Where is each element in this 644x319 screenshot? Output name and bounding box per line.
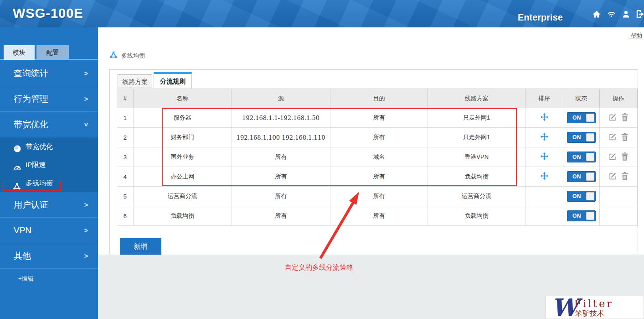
- table-row: 6负载均衡所有所有负载均衡ON: [117, 206, 638, 226]
- sidebar-tab-modules[interactable]: 模块: [4, 45, 35, 60]
- logo-company: 笨驴技术: [575, 309, 604, 319]
- trash-icon[interactable]: [621, 152, 629, 161]
- cell-source: 所有: [232, 187, 330, 206]
- edit-icon[interactable]: [608, 152, 617, 161]
- sidebar-subitem-5[interactable]: 多线均衡: [0, 174, 98, 192]
- cell-sort: [526, 128, 563, 147]
- gauge-icon: [13, 160, 22, 169]
- edit-icon[interactable]: [608, 133, 617, 141]
- toggle-on-label: ON: [572, 132, 581, 142]
- chevron-right-icon: >: [84, 218, 88, 243]
- cell-operations: [599, 187, 637, 206]
- toggle-on-label: ON: [572, 211, 581, 221]
- toggle-on-label: ON: [572, 191, 581, 201]
- trash-icon[interactable]: [621, 133, 629, 141]
- table-row: 5运营商分流所有所有运营商分流ON: [117, 187, 638, 206]
- toggle-knob: [586, 192, 594, 200]
- rules-table: #名称源目的线路方案排序状态操作1服务器192.168.1.1-192.168.…: [117, 89, 638, 226]
- table-row: 4办公上网所有所有负载均衡ON: [117, 167, 638, 187]
- home-icon[interactable]: [592, 9, 602, 19]
- top-header: WSG-100E Enterprise: [0, 0, 644, 27]
- move-icon[interactable]: [541, 172, 548, 180]
- trash-icon[interactable]: [621, 172, 629, 180]
- move-icon[interactable]: [541, 133, 548, 141]
- cell-status: ON: [563, 206, 600, 226]
- column-header-4: 线路方案: [428, 89, 526, 108]
- cell-name: 负载均衡: [133, 206, 232, 226]
- cell-status: ON: [563, 167, 600, 187]
- cell-destination: 域名: [330, 147, 428, 167]
- sidebar-item-2[interactable]: 带宽优化>: [0, 112, 98, 137]
- cell-destination: 所有: [330, 167, 428, 187]
- chevron-right-icon: >: [84, 86, 88, 112]
- sidebar-menu: 查询统计>行为管理>带宽优化>带宽优化IP限速多线均衡用户认证>VPN>其他>+…: [0, 61, 98, 289]
- status-toggle[interactable]: ON: [567, 152, 596, 162]
- table-row: 2财务部门192.168.1.100-192.168.1.110所有只走外网1O…: [117, 128, 638, 147]
- column-header-0: #: [117, 89, 134, 108]
- cell-status: ON: [563, 147, 600, 167]
- sidebar-subitem-4[interactable]: IP限速: [0, 156, 98, 174]
- multiline-balance-icon: [109, 51, 118, 60]
- sidebar-item-1[interactable]: 行为管理>: [0, 86, 98, 112]
- cell-index: 3: [117, 147, 134, 167]
- user-icon[interactable]: [621, 9, 631, 19]
- help-link[interactable]: 帮助: [630, 31, 642, 40]
- cell-source: 所有: [232, 147, 330, 167]
- column-header-1: 名称: [133, 89, 232, 108]
- sidebar-item-0[interactable]: 查询统计>: [0, 61, 98, 86]
- sidebar-item-8[interactable]: 其他>: [0, 243, 98, 269]
- cell-name: 运营商分流: [133, 187, 232, 206]
- sidebar-item-label: VPN: [14, 225, 31, 235]
- sidebar-tab-config[interactable]: 配置: [36, 45, 69, 60]
- cell-name: 办公上网: [133, 167, 232, 187]
- triangle-icon: [13, 178, 22, 188]
- cell-source: 192.168.1.1-192.168.1.50: [232, 108, 330, 128]
- sidebar-edit-button[interactable]: +编辑: [0, 269, 98, 289]
- cell-sort: [526, 147, 563, 167]
- trash-icon[interactable]: [621, 113, 629, 121]
- sidebar-item-label: 其他: [14, 251, 31, 261]
- cell-operations: [599, 167, 637, 187]
- wfilter-logo: W Filter 笨驴技术: [546, 296, 644, 319]
- edition-label: Enterprise: [518, 12, 563, 23]
- sidebar: 模块 配置 查询统计>行为管理>带宽优化>带宽优化IP限速多线均衡用户认证>VP…: [0, 27, 98, 319]
- toggle-on-label: ON: [572, 172, 581, 182]
- cell-index: 5: [117, 187, 134, 206]
- toggle-knob: [586, 114, 594, 122]
- toggle-knob: [586, 153, 594, 161]
- sidebar-tabs: 模块 配置: [0, 27, 98, 60]
- logout-icon[interactable]: [635, 9, 644, 19]
- column-header-7: 操作: [599, 89, 637, 108]
- app-title: WSG-100E: [13, 6, 83, 21]
- status-toggle[interactable]: ON: [567, 171, 596, 182]
- wifi-icon[interactable]: [606, 9, 616, 19]
- status-toggle[interactable]: ON: [567, 132, 596, 143]
- sidebar-item-6[interactable]: 用户认证>: [0, 192, 98, 218]
- column-header-6: 状态: [563, 89, 600, 108]
- cell-index: 6: [117, 206, 134, 226]
- sidebar-item-label: 带宽优化: [14, 120, 48, 129]
- sidebar-subitem-label: 多线均衡: [26, 179, 53, 187]
- move-icon[interactable]: [541, 113, 548, 121]
- circle-icon: [13, 142, 22, 151]
- status-toggle[interactable]: ON: [567, 210, 596, 221]
- toggle-on-label: ON: [572, 113, 581, 123]
- tab-line-plan[interactable]: 线路方案: [118, 74, 152, 88]
- status-toggle[interactable]: ON: [567, 191, 596, 202]
- cell-status: ON: [563, 128, 600, 147]
- cell-sort: [526, 108, 563, 128]
- chevron-down-icon: >: [73, 123, 99, 126]
- edit-icon[interactable]: [608, 172, 617, 180]
- edit-icon[interactable]: [608, 113, 617, 121]
- cell-line-plan: 只走外网1: [428, 108, 526, 128]
- status-toggle[interactable]: ON: [567, 112, 596, 123]
- sidebar-item-7[interactable]: VPN>: [0, 218, 98, 243]
- column-header-3: 目的: [330, 89, 428, 108]
- sidebar-subitem-3[interactable]: 带宽优化: [0, 137, 98, 156]
- cell-name: 国外业务: [133, 147, 232, 167]
- sidebar-subitem-label: IP限速: [26, 161, 46, 168]
- add-button[interactable]: 新增: [120, 238, 161, 255]
- breadcrumb: 多线均衡: [109, 51, 145, 60]
- tab-split-rules[interactable]: 分流规则: [154, 72, 192, 89]
- move-icon[interactable]: [541, 152, 548, 160]
